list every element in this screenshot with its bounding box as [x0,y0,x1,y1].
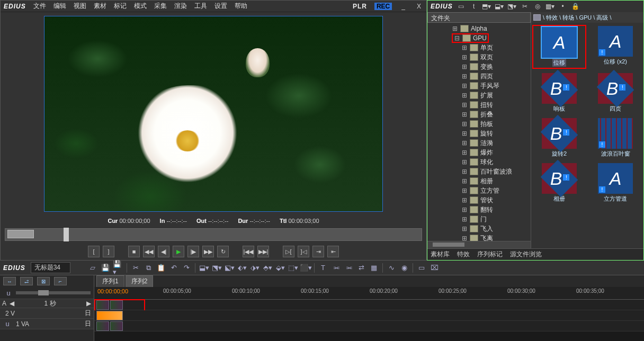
d4-icon[interactable]: ⬖▾ [237,263,247,273]
tree-hscroll[interactable] [427,241,531,248]
paste-icon[interactable]: 📋 [156,263,166,273]
clip-1va-2[interactable] [110,321,123,331]
lock-icon[interactable]: 🔒 [571,2,580,11]
transition-thumb[interactable]: A!立方管道 [589,163,641,203]
tab-source-browser[interactable]: 源文件浏览 [510,250,542,259]
seq-tab-1[interactable]: 序列1 [96,275,124,287]
menu-file[interactable]: 文件 [33,2,46,11]
redo-icon[interactable]: ↷ [181,263,192,273]
scrub-range[interactable] [7,230,34,238]
thumbnails-grid[interactable]: A位移A!位移 (x2)B!响板B!四页B!旋转2!波浪百叶窗B!相册A!立方管… [531,23,643,248]
clip-transition[interactable] [96,311,123,320]
tree-item-gpu[interactable]: ⊟GPU [427,33,531,43]
mode-snap-icon[interactable]: ⌐ [54,277,67,285]
savev-icon[interactable]: 💾▾ [113,263,123,273]
back-icon[interactable]: t [470,2,478,11]
mode-sync-icon[interactable]: ⥄ [20,277,33,285]
tree-item[interactable]: ⊞立方管 [427,186,531,195]
menu-settings[interactable]: 设置 [214,2,227,11]
track-2v[interactable] [94,300,644,310]
d1-icon[interactable]: ⬓▾ [199,263,209,273]
sequence-name[interactable]: 无标题34 [31,262,70,273]
set-out-button[interactable]: ] [103,246,114,257]
d7-icon[interactable]: ⬙▾ [275,263,285,273]
preview-frame[interactable] [44,16,383,212]
set-in-button[interactable]: [ [88,246,100,257]
transition-thumb[interactable]: A!位移 (x2) [589,26,641,68]
track-1va-u-icon[interactable]: u [2,319,13,329]
menu-marker[interactable]: 标记 [114,2,127,11]
target-icon[interactable]: ◎ [533,2,542,11]
d8-icon[interactable]: ⬚▾ [288,263,298,273]
d2-icon[interactable]: ⬔▾ [211,263,222,273]
d3-icon[interactable]: ⬕▾ [224,263,235,273]
step-fwd-button[interactable]: |▶ [187,246,199,257]
d6-icon[interactable]: ⬘▾ [262,263,273,273]
close-button[interactable]: X [415,3,423,10]
tree-item[interactable]: ⊞变换 [427,62,531,71]
transition-thumb[interactable]: A位移 [533,26,585,68]
tree-item[interactable]: ⊞门 [427,214,531,224]
undo-icon[interactable]: ↶ [168,263,179,273]
tree-item[interactable]: ⊞管状 [427,195,531,205]
mode-link-icon[interactable]: ⊠ [37,277,50,285]
T-icon[interactable]: T [318,263,328,273]
menu-mode[interactable]: 模式 [134,2,147,11]
folder-icon[interactable]: ▭ [457,2,466,11]
scrub-playhead[interactable] [64,228,69,241]
tc-cur[interactable]: 00:00:00;00 [119,218,150,224]
menu-edit[interactable]: 编辑 [53,2,66,11]
cut-icon[interactable]: ✂ [130,263,141,273]
scale-value[interactable]: 1 秒 [17,299,83,308]
tree-item[interactable]: ⊞球化 [427,157,531,167]
wave-icon[interactable]: ∿ [386,263,397,273]
link1-icon[interactable]: ⫘ [330,263,341,273]
overwrite-button[interactable]: ⇤ [327,246,339,257]
rewind-button[interactable]: ◀◀ [143,246,155,257]
mark-in-button[interactable]: ▷[ [283,246,294,257]
scale-next[interactable]: ▶ [85,300,92,307]
menu-help[interactable]: 帮助 [235,2,247,11]
track-1va[interactable] [94,321,644,331]
tc-dur[interactable]: --:--:--:-- [249,218,270,224]
stop-button[interactable]: ■ [128,246,140,257]
track-1va-toggle[interactable]: 日 [84,319,92,328]
grid-icon[interactable]: ▦▾ [546,2,554,11]
step-back-button[interactable]: ◀| [158,246,169,257]
mon-icon[interactable]: ▭ [416,263,427,273]
zoom-u-icon[interactable]: u [3,288,14,298]
menu-render[interactable]: 渲染 [174,2,187,11]
tree-item[interactable]: ⊞折叠 [427,110,531,119]
timeline-tracks[interactable] [94,300,644,341]
scale-prev[interactable]: ◀ [8,300,15,307]
tree-hscroll-thumb[interactable] [433,243,464,247]
swap-icon[interactable]: ⇄ [356,263,366,273]
grid-icon[interactable]: ▦ [369,263,379,273]
transition-thumb[interactable]: B!响板 [533,73,585,113]
minimize-button[interactable]: _ [399,3,407,10]
tab-seq-markers[interactable]: 序列标记 [477,250,503,259]
tc-in[interactable]: --:--:--:-- [166,218,186,224]
tree-item[interactable]: ⊞双页 [427,52,531,62]
tree-icon[interactable]: ⬒▾ [482,2,491,11]
tree-item[interactable]: ⊞飞离 [427,234,531,241]
ffwd-button[interactable]: ▶▶ [202,246,214,257]
transition-thumb[interactable]: !波浪百叶窗 [589,118,641,158]
play-button[interactable]: ▶ [173,246,184,257]
tree-item[interactable]: ⊞拍板 [427,119,531,129]
tv-icon[interactable]: ⌧ [429,263,440,273]
d9-icon[interactable]: ⬛▾ [300,263,311,273]
zoom-slider[interactable] [16,291,91,294]
tab-bin[interactable]: 素材库 [431,250,450,259]
tree-item[interactable]: ⊞飞入 [427,224,531,234]
tc-out[interactable]: --:--:--:-- [208,218,228,224]
tree-item[interactable]: ⊞相册 [427,176,531,186]
tree-item[interactable]: ⊞翻转 [427,205,531,214]
dropdown-icon[interactable]: ⬓▾ [495,2,504,11]
tree-item[interactable]: ⊞扩展 [427,91,531,100]
prev-edit-button[interactable]: |◀◀ [243,246,254,257]
next-edit-button[interactable]: ▶▶| [257,246,269,257]
menu-capture[interactable]: 采集 [154,2,167,11]
tree-item-alpha[interactable]: ⊞Alpha [427,24,531,33]
open-icon[interactable]: ▱ [87,263,98,273]
